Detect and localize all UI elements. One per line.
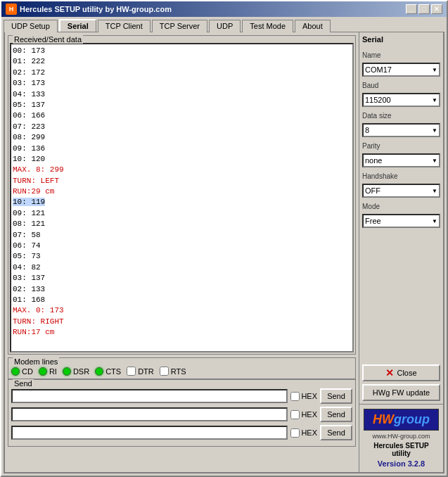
modem-indicators: CD RI DSR CTS bbox=[11, 367, 352, 376]
hw-version: Version 3.2.8 bbox=[378, 459, 425, 468]
cts-led bbox=[95, 367, 103, 376]
parity-value: none bbox=[365, 156, 382, 165]
baud-field-label: Baud bbox=[362, 82, 440, 89]
left-panel: Received/Sent data 00: 173 01: 222 02: 1… bbox=[5, 32, 359, 472]
handshake-value: OFF bbox=[365, 186, 380, 195]
modem-lines-box: Modem lines CD RI DSR bbox=[8, 357, 356, 379]
baud-value: 115200 bbox=[365, 96, 391, 104]
main-content: Received/Sent data 00: 173 01: 222 02: 1… bbox=[4, 32, 444, 473]
tab-test-mode[interactable]: Test Mode bbox=[242, 20, 293, 32]
title-bar: H Hercules SETUP utility by HW-group.com… bbox=[1, 1, 447, 17]
mode-value: Free bbox=[365, 217, 381, 225]
hex-label-3: HEX bbox=[301, 428, 317, 437]
fw-update-button[interactable]: HWg FW update bbox=[362, 384, 440, 401]
name-field-label: Name bbox=[362, 51, 440, 59]
parity-arrow: ▼ bbox=[432, 158, 437, 164]
tab-tcp-client[interactable]: TCP Client bbox=[98, 20, 151, 32]
hw-website: www.HW-group.com bbox=[373, 433, 430, 440]
tab-about[interactable]: About bbox=[295, 20, 331, 32]
close-button[interactable]: ✕ Close bbox=[362, 364, 440, 381]
parity-field-label: Parity bbox=[362, 142, 440, 150]
dsr-indicator: DSR bbox=[63, 367, 89, 376]
parity-dropdown[interactable]: none ▼ bbox=[362, 153, 440, 167]
close-x-icon: ✕ bbox=[385, 367, 394, 379]
cd-led bbox=[11, 367, 20, 376]
hex-label-2: HEX bbox=[301, 410, 317, 419]
tab-tcp-server[interactable]: TCP Server bbox=[152, 20, 207, 32]
baud-dropdown[interactable]: 115200 ▼ bbox=[362, 93, 440, 107]
ri-label: RI bbox=[49, 367, 57, 376]
cts-indicator: CTS bbox=[95, 367, 121, 376]
rts-checkbox[interactable] bbox=[160, 367, 169, 376]
mode-arrow: ▼ bbox=[432, 218, 437, 224]
send-label: Send bbox=[13, 379, 34, 388]
handshake-field-label: Handshake bbox=[362, 172, 440, 180]
hw-product: Hercules SETUP utility bbox=[364, 442, 439, 457]
send-row-3: HEX Send bbox=[11, 425, 352, 440]
handshake-arrow: ▼ bbox=[432, 188, 437, 194]
send-input-2[interactable] bbox=[11, 407, 288, 421]
send-input-3[interactable] bbox=[11, 426, 288, 440]
send-button-2[interactable]: Send bbox=[320, 407, 352, 422]
serial-panel-label: Serial bbox=[362, 35, 440, 44]
minimize-button[interactable]: _ bbox=[406, 4, 417, 14]
cts-label: CTS bbox=[105, 367, 121, 376]
data-box: Received/Sent data 00: 173 01: 222 02: 1… bbox=[8, 35, 356, 355]
hw-logo-group: group bbox=[394, 412, 430, 426]
hw-logo-hw: HW bbox=[373, 412, 394, 426]
serial-config-panel: Serial Name COM17 ▼ Baud 115200 ▼ Data s… bbox=[359, 32, 443, 404]
name-arrow: ▼ bbox=[432, 67, 437, 73]
send-button-3[interactable]: Send bbox=[320, 425, 352, 440]
hex-checkbox-3[interactable] bbox=[290, 428, 300, 438]
rts-indicator: RTS bbox=[160, 367, 186, 376]
send-row-2: HEX Send bbox=[11, 407, 352, 422]
app-icon: H bbox=[6, 4, 17, 15]
data-display[interactable]: 00: 173 01: 222 02: 172 03: 173 04: 133 … bbox=[10, 43, 354, 352]
mode-field-label: Mode bbox=[362, 203, 440, 210]
mode-dropdown[interactable]: Free ▼ bbox=[362, 214, 440, 228]
hw-logo: HWgroup bbox=[364, 409, 439, 431]
send-input-1[interactable] bbox=[11, 389, 288, 403]
close-label: Close bbox=[397, 369, 416, 377]
dsr-label: DSR bbox=[73, 367, 89, 376]
datasize-dropdown[interactable]: 8 ▼ bbox=[362, 123, 440, 137]
hex-checkbox-2[interactable] bbox=[290, 410, 300, 419]
hex-label-1: HEX bbox=[301, 392, 317, 400]
dtr-label: DTR bbox=[138, 367, 154, 376]
cd-indicator: CD bbox=[11, 367, 33, 376]
dsr-led bbox=[63, 367, 71, 376]
handshake-dropdown[interactable]: OFF ▼ bbox=[362, 184, 440, 198]
maximize-button[interactable]: □ bbox=[418, 4, 430, 14]
window-title: Hercules SETUP utility by HW-group.com bbox=[20, 5, 172, 13]
rts-label: RTS bbox=[171, 367, 186, 376]
datasize-arrow: ▼ bbox=[432, 127, 437, 134]
tab-udp-setup[interactable]: UDP Setup bbox=[4, 20, 58, 32]
send-row-1: HEX Send bbox=[11, 388, 352, 404]
name-value: COM17 bbox=[365, 65, 392, 74]
cd-label: CD bbox=[22, 367, 33, 376]
dtr-checkbox[interactable] bbox=[127, 367, 136, 376]
name-dropdown[interactable]: COM17 ▼ bbox=[362, 63, 440, 77]
hw-branding-panel: HWgroup www.HW-group.com Hercules SETUP … bbox=[359, 404, 443, 472]
ri-led bbox=[39, 367, 47, 376]
dtr-indicator: DTR bbox=[127, 367, 154, 376]
window-close-button[interactable]: ✕ bbox=[431, 4, 442, 14]
modem-lines-label: Modem lines bbox=[13, 357, 59, 366]
datasize-field-label: Data size bbox=[362, 112, 440, 120]
tab-serial[interactable]: Serial bbox=[59, 19, 96, 32]
baud-arrow: ▼ bbox=[432, 97, 437, 103]
main-window: H Hercules SETUP utility by HW-group.com… bbox=[0, 0, 448, 477]
data-box-label: Received/Sent data bbox=[13, 35, 83, 44]
datasize-value: 8 bbox=[365, 126, 369, 134]
tabs-bar: UDP Setup Serial TCP Client TCP Server U… bbox=[1, 17, 447, 32]
ri-indicator: RI bbox=[39, 367, 57, 376]
send-button-1[interactable]: Send bbox=[320, 388, 352, 404]
hex-checkbox-1[interactable] bbox=[290, 392, 300, 401]
send-section: Send HEX Send HEX bbox=[8, 379, 356, 447]
tab-udp[interactable]: UDP bbox=[209, 20, 241, 32]
